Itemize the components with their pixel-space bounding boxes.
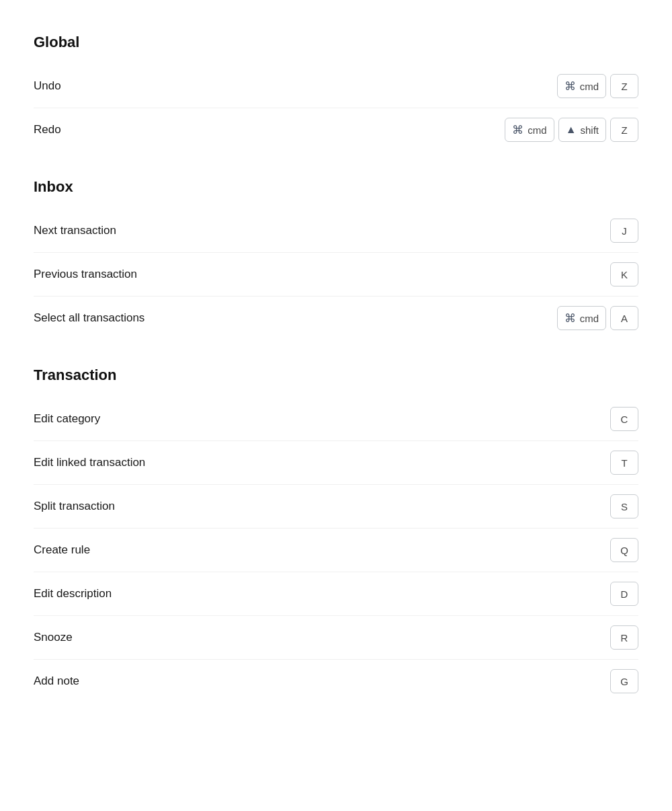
section-title-global: Global [34, 34, 638, 51]
shortcut-label-edit-linked-transaction: Edit linked transaction [34, 456, 145, 469]
shortcut-keys-select-all-transactions: ⌘ cmdA [557, 306, 638, 330]
shortcut-row-next-transaction: Next transactionJ [34, 209, 638, 253]
shortcut-keys-add-note: G [610, 669, 638, 693]
shift-key-badge: ▲ shift [558, 118, 606, 142]
shortcut-label-create-rule: Create rule [34, 543, 90, 557]
shortcut-label-select-all-transactions: Select all transactions [34, 311, 144, 325]
shortcut-keys-create-rule: Q [610, 538, 638, 562]
letter-key-badge: J [610, 219, 638, 243]
keyboard-shortcuts-page: GlobalUndo⌘ cmdZRedo⌘ cmd▲ shiftZInboxNe… [34, 34, 638, 703]
letter-key-badge: A [610, 306, 638, 330]
letter-key-badge: T [610, 451, 638, 475]
shortcut-row-edit-description: Edit descriptionD [34, 572, 638, 616]
shortcut-label-snooze: Snooze [34, 631, 73, 644]
shortcut-keys-split-transaction: S [610, 494, 638, 518]
shortcut-row-snooze: SnoozeR [34, 616, 638, 660]
shortcut-keys-next-transaction: J [610, 219, 638, 243]
shortcut-keys-snooze: R [610, 625, 638, 650]
letter-key-badge: C [610, 407, 638, 431]
shortcut-keys-edit-category: C [610, 407, 638, 431]
shortcut-row-edit-category: Edit categoryC [34, 397, 638, 441]
cmd-icon: ⌘ [564, 311, 576, 325]
cmd-icon: ⌘ [564, 79, 576, 93]
letter-key-badge: R [610, 625, 638, 650]
shift-icon: ▲ [566, 124, 577, 136]
section-title-transaction: Transaction [34, 366, 638, 384]
cmd-key-badge: ⌘ cmd [557, 306, 606, 330]
shortcut-label-redo: Redo [34, 123, 61, 137]
section-inbox: InboxNext transactionJPrevious transacti… [34, 178, 638, 340]
section-transaction: TransactionEdit categoryCEdit linked tra… [34, 366, 638, 703]
cmd-key-badge: ⌘ cmd [557, 74, 606, 98]
letter-key-badge: Z [610, 118, 638, 142]
shortcut-row-select-all-transactions: Select all transactions⌘ cmdA [34, 297, 638, 340]
section-global: GlobalUndo⌘ cmdZRedo⌘ cmd▲ shiftZ [34, 34, 638, 151]
shortcut-label-undo: Undo [34, 79, 61, 93]
shortcut-keys-edit-linked-transaction: T [610, 451, 638, 475]
shortcut-keys-redo: ⌘ cmd▲ shiftZ [505, 118, 638, 142]
shortcut-row-split-transaction: Split transactionS [34, 485, 638, 529]
shortcut-row-undo: Undo⌘ cmdZ [34, 65, 638, 108]
cmd-key-badge: ⌘ cmd [505, 118, 554, 142]
shortcut-keys-edit-description: D [610, 582, 638, 606]
letter-key-badge: Q [610, 538, 638, 562]
shortcut-keys-undo: ⌘ cmdZ [557, 74, 638, 98]
shortcut-row-add-note: Add noteG [34, 660, 638, 703]
letter-key-badge: D [610, 582, 638, 606]
letter-key-badge: Z [610, 74, 638, 98]
shortcut-keys-previous-transaction: K [610, 262, 638, 286]
shortcut-label-next-transaction: Next transaction [34, 224, 116, 237]
letter-key-badge: S [610, 494, 638, 518]
cmd-icon: ⌘ [512, 123, 523, 137]
section-title-inbox: Inbox [34, 178, 638, 196]
shortcut-label-edit-description: Edit description [34, 587, 112, 601]
shortcut-label-add-note: Add note [34, 674, 79, 688]
shortcut-row-create-rule: Create ruleQ [34, 529, 638, 572]
shortcut-label-edit-category: Edit category [34, 412, 100, 426]
shortcut-label-previous-transaction: Previous transaction [34, 268, 137, 281]
shortcut-row-previous-transaction: Previous transactionK [34, 253, 638, 297]
shortcut-label-split-transaction: Split transaction [34, 500, 115, 513]
letter-key-badge: G [610, 669, 638, 693]
shortcut-row-edit-linked-transaction: Edit linked transactionT [34, 441, 638, 485]
letter-key-badge: K [610, 262, 638, 286]
shortcut-row-redo: Redo⌘ cmd▲ shiftZ [34, 108, 638, 151]
